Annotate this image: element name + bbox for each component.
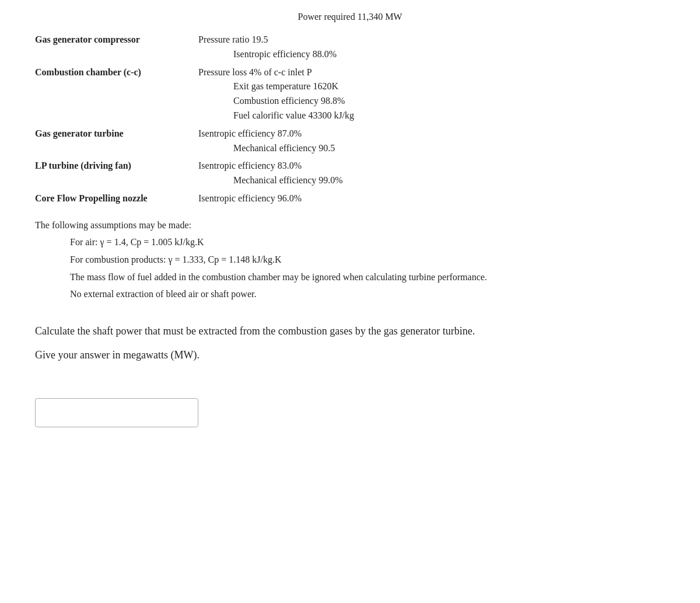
spec-gas-generator-compressor: Gas generator compressor Pressure ratio …	[35, 33, 665, 62]
spec-value: Isentropic efficiency 87.0%	[198, 127, 665, 141]
spec-value: Isentropic efficiency 96.0%	[198, 191, 665, 206]
assumption-item-1: For combustion products: γ = 1.333, Cp =…	[35, 252, 665, 267]
page-container: Power required 11,340 MW Gas generator c…	[0, 0, 700, 603]
spec-label-gas-generator-compressor: Gas generator compressor	[35, 33, 198, 47]
answer-prompt: Give your answer in megawatts (MW).	[35, 347, 665, 364]
specs-section: Gas generator compressor Pressure ratio …	[35, 33, 665, 206]
power-required-text: Power required 11,340 MW	[298, 12, 402, 22]
spec-value: Pressure loss 4% of c-c inlet P	[198, 65, 665, 80]
spec-label-lp-turbine: LP turbine (driving fan)	[35, 159, 198, 173]
spec-label-combustion-chamber: Combustion chamber (c-c)	[35, 65, 198, 80]
spec-values-gas-generator-compressor: Pressure ratio 19.5 Isentropic efficienc…	[198, 33, 665, 62]
spec-value: Combustion efficiency 98.8%	[198, 94, 665, 109]
spec-combustion-chamber: Combustion chamber (c-c) Pressure loss 4…	[35, 65, 665, 123]
truncated-header: Power required 11,340 MW	[35, 12, 665, 22]
spec-gas-generator-turbine: Gas generator turbine Isentropic efficie…	[35, 127, 665, 156]
assumptions-section: The following assumptions may be made: F…	[35, 218, 665, 302]
question-text: Calculate the shaft power that must be e…	[35, 323, 665, 340]
assumptions-intro: The following assumptions may be made:	[35, 218, 665, 233]
spec-values-combustion-chamber: Pressure loss 4% of c-c inlet P Exit gas…	[198, 65, 665, 123]
spec-label-gas-generator-turbine: Gas generator turbine	[35, 127, 198, 141]
spec-core-flow-nozzle: Core Flow Propelling nozzle Isentropic e…	[35, 191, 665, 206]
spec-values-gas-generator-turbine: Isentropic efficiency 87.0% Mechanical e…	[198, 127, 665, 156]
spec-value: Mechanical efficiency 90.5	[198, 141, 665, 156]
spec-values-lp-turbine: Isentropic efficiency 83.0% Mechanical e…	[198, 159, 665, 188]
spec-label-core-flow-nozzle: Core Flow Propelling nozzle	[35, 191, 198, 206]
spec-value: Isentropic efficiency 88.0%	[198, 47, 665, 62]
spec-values-core-flow-nozzle: Isentropic efficiency 96.0%	[198, 191, 665, 206]
spec-value: Fuel calorific value 43300 kJ/kg	[198, 109, 665, 123]
spec-lp-turbine: LP turbine (driving fan) Isentropic effi…	[35, 159, 665, 188]
spec-value: Isentropic efficiency 83.0%	[198, 159, 665, 173]
answer-input-box[interactable]	[35, 398, 198, 427]
question-section: Calculate the shaft power that must be e…	[35, 323, 665, 364]
spec-value: Pressure ratio 19.5	[198, 33, 665, 47]
spec-value: Exit gas temperature 1620K	[198, 79, 665, 94]
spec-value: Mechanical efficiency 99.0%	[198, 173, 665, 188]
assumption-item-3: No external extraction of bleed air or s…	[35, 287, 665, 302]
answer-input[interactable]	[36, 399, 198, 427]
assumption-item-0: For air: γ = 1.4, Cp = 1.005 kJ/kg.K	[35, 235, 665, 250]
assumption-item-2: The mass flow of fuel added in the combu…	[35, 270, 665, 285]
